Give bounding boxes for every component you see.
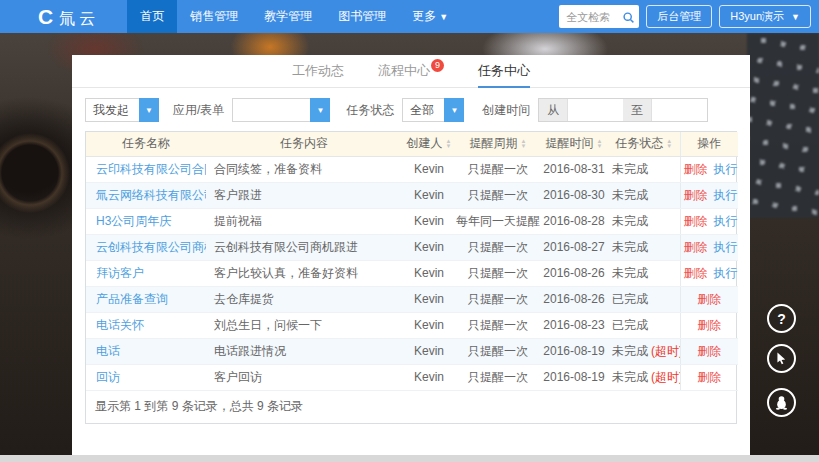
remind-cycle-cell: 每年同一天提醒 — [456, 208, 540, 234]
task-name-link[interactable]: 电话关怀 — [96, 318, 144, 332]
table-header-row: 任务名称任务内容创建人▲▼提醒周期▲▼提醒时间▲▼任务状态▲▼操作 — [86, 132, 738, 156]
task-name-link[interactable]: 回访 — [96, 370, 120, 384]
user-menu-button[interactable]: H3yun演示 ▼ — [719, 5, 811, 28]
remind-cycle-cell: 只提醒一次 — [456, 260, 540, 286]
status-text: 未完成 — [612, 162, 648, 176]
actions-cell: 删除 — [680, 312, 738, 338]
main-menu: 首页 销售管理 教学管理 图书管理 更多▼ — [127, 0, 461, 33]
overdue-flag: (超时) — [651, 344, 680, 358]
actions-cell: 删除执行 — [680, 156, 738, 182]
cursor-icon — [775, 352, 788, 365]
task-name-link[interactable]: 氚云网络科技有限公司跟进 — [96, 188, 206, 202]
delete-link[interactable]: 删除 — [684, 266, 708, 280]
task-name-cell: 电话关怀 — [86, 312, 206, 338]
delete-link[interactable]: 删除 — [697, 318, 721, 332]
table-row: 拜访客户客户比较认真，准备好资料Kevin只提醒一次2016-08-26未完成删… — [86, 260, 738, 286]
delete-link[interactable]: 删除 — [684, 188, 708, 202]
remind-time-cell: 2016-08-31 — [540, 156, 608, 182]
chevron-down-icon: ▼ — [444, 98, 464, 122]
originator-select[interactable]: 我发起 ▼ — [85, 98, 159, 122]
column-header: 任务内容 — [206, 132, 402, 156]
nav-item-home[interactable]: 首页 — [127, 0, 177, 33]
task-name-cell: 云印科技有限公司合同到期 — [86, 156, 206, 182]
remind-time-cell: 2016-08-19 — [540, 364, 608, 390]
column-label: 创建人 — [407, 136, 443, 150]
delete-link[interactable]: 删除 — [684, 214, 708, 228]
top-navbar: C 氚云 首页 销售管理 教学管理 图书管理 更多▼ 后台管理 H3yun演示 … — [0, 0, 819, 33]
delete-link[interactable]: 删除 — [684, 240, 708, 254]
created-from-input[interactable] — [568, 99, 623, 121]
tab-work-feed[interactable]: 工作动态 — [292, 55, 344, 88]
remind-time-cell: 2016-08-19 — [540, 338, 608, 364]
table-row: 电话关怀刘总生日，问候一下Kevin只提醒一次2016-08-23已完成删除 — [86, 312, 738, 338]
created-to-input[interactable] — [652, 99, 707, 121]
tab-process-center-label: 流程中心 — [378, 63, 430, 78]
sort-icon[interactable]: ▲▼ — [446, 139, 452, 149]
delete-link[interactable]: 删除 — [697, 344, 721, 358]
creator-cell: Kevin — [402, 234, 456, 260]
task-status-cell: 已完成 — [608, 286, 680, 312]
sort-icon[interactable]: ▲▼ — [521, 139, 527, 149]
sort-icon[interactable]: ▲▼ — [597, 139, 603, 149]
execute-link[interactable]: 执行 — [714, 188, 738, 202]
app-logo[interactable]: C 氚云 — [38, 0, 99, 33]
task-status-select[interactable]: 全部 ▼ — [402, 98, 464, 122]
remind-time-cell: 2016-08-28 — [540, 208, 608, 234]
actions-cell: 删除 — [680, 364, 738, 390]
task-name-link[interactable]: 拜访客户 — [96, 266, 144, 280]
app-form-select[interactable]: ▼ — [232, 98, 330, 122]
creator-cell: Kevin — [402, 156, 456, 182]
column-header[interactable]: 提醒时间▲▼ — [540, 132, 608, 156]
task-name-cell: H3公司周年庆 — [86, 208, 206, 234]
admin-console-button[interactable]: 后台管理 — [646, 5, 712, 28]
tab-task-center[interactable]: 任务中心 — [478, 55, 530, 88]
help-button[interactable]: ? — [767, 304, 796, 333]
task-table-container: 任务名称任务内容创建人▲▼提醒周期▲▼提醒时间▲▼任务状态▲▼操作 云印科技有限… — [85, 131, 737, 424]
delete-link[interactable]: 删除 — [684, 162, 708, 176]
task-name-link[interactable]: H3公司周年庆 — [96, 214, 171, 228]
search-icon[interactable] — [622, 10, 635, 28]
task-content-cell: 客户回访 — [206, 364, 402, 390]
task-status-cell: 未完成 — [608, 182, 680, 208]
task-name-link[interactable]: 云印科技有限公司合同到期 — [96, 162, 206, 176]
task-status-cell: 未完成 — [608, 234, 680, 260]
table-row: 回访客户回访Kevin只提醒一次2016-08-19未完成(超时)删除 — [86, 364, 738, 390]
center-tabs: 工作动态 流程中心9 任务中心 — [72, 55, 750, 88]
status-text: 未完成 — [612, 266, 648, 280]
table-row: 电话电话跟进情况Kevin只提醒一次2016-08-19未完成(超时)删除 — [86, 338, 738, 364]
tab-process-center[interactable]: 流程中心9 — [378, 55, 444, 88]
delete-link[interactable]: 删除 — [697, 292, 721, 306]
table-row: 氚云网络科技有限公司跟进客户跟进Kevin只提醒一次2016-08-30未完成删… — [86, 182, 738, 208]
column-header[interactable]: 任务状态▲▼ — [608, 132, 680, 156]
task-name-cell: 回访 — [86, 364, 206, 390]
task-name-cell: 氚云网络科技有限公司跟进 — [86, 182, 206, 208]
chevron-down-icon: ▼ — [139, 98, 159, 122]
delete-link[interactable]: 删除 — [697, 370, 721, 384]
task-name-link[interactable]: 电话 — [96, 344, 120, 358]
chevron-down-icon: ▼ — [791, 12, 800, 22]
execute-link[interactable]: 执行 — [714, 266, 738, 280]
actions-cell: 删除执行 — [680, 260, 738, 286]
task-status-select-value: 全部 — [403, 102, 444, 119]
feedback-button[interactable] — [767, 344, 796, 373]
task-name-link[interactable]: 云创科技有限公司商机跟进 — [96, 240, 206, 254]
task-name-link[interactable]: 产品准备查询 — [96, 292, 168, 306]
column-header[interactable]: 提醒周期▲▼ — [456, 132, 540, 156]
remind-cycle-cell: 只提醒一次 — [456, 338, 540, 364]
question-mark-icon: ? — [777, 311, 786, 327]
execute-link[interactable]: 执行 — [714, 214, 738, 228]
app-window: C 氚云 首页 销售管理 教学管理 图书管理 更多▼ 后台管理 H3yun演示 … — [0, 0, 819, 462]
remind-cycle-cell: 只提醒一次 — [456, 312, 540, 338]
task-status-label: 任务状态 — [346, 102, 394, 119]
sort-icon[interactable]: ▲▼ — [666, 139, 672, 149]
status-text: 未完成 — [612, 214, 648, 228]
nav-item-more[interactable]: 更多▼ — [399, 0, 461, 33]
column-header[interactable]: 创建人▲▼ — [402, 132, 456, 156]
qq-contact-button[interactable] — [767, 388, 796, 417]
column-label: 任务状态 — [615, 136, 663, 150]
nav-item-sales[interactable]: 销售管理 — [177, 0, 251, 33]
execute-link[interactable]: 执行 — [714, 240, 738, 254]
nav-item-books[interactable]: 图书管理 — [325, 0, 399, 33]
nav-item-teaching[interactable]: 教学管理 — [251, 0, 325, 33]
execute-link[interactable]: 执行 — [714, 162, 738, 176]
